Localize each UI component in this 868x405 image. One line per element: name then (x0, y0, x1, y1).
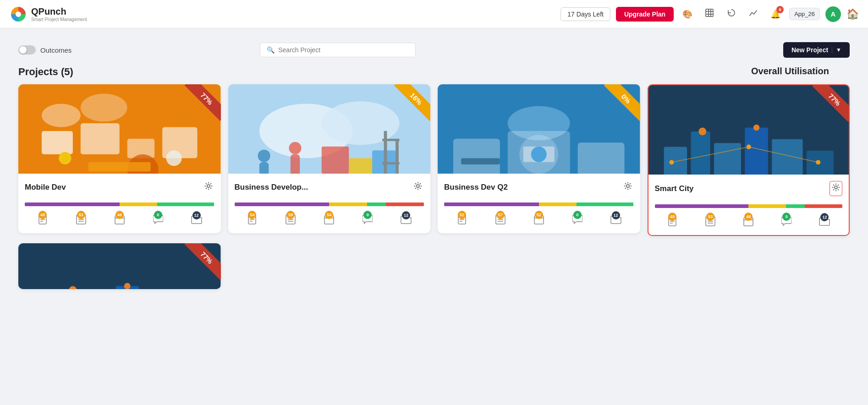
stat-badge: 52 (458, 211, 466, 219)
home-icon-button[interactable]: 🏠 (846, 8, 859, 20)
stat-badge: 48 (38, 211, 47, 219)
new-project-btn-area: New Project ▼ (783, 42, 850, 58)
card-title-row: Business Dev Q2 (444, 180, 634, 194)
gear-icon (624, 182, 632, 190)
card-settings-button[interactable] (203, 180, 214, 194)
stat-item-calendar: 54 (311, 214, 347, 227)
toggle-knob (19, 46, 27, 54)
svg-point-94 (669, 160, 674, 164)
chart-icon (749, 8, 758, 20)
overall-utilisation-heading: Overall Utilisation (731, 66, 850, 77)
svg-rect-35 (259, 162, 268, 174)
svg-rect-44 (396, 139, 399, 174)
card-title-row: Mobile Dev (25, 180, 214, 194)
stat-badge: 48 (668, 213, 676, 221)
card-title: Smart City (655, 184, 694, 193)
stat-badge: 12 (402, 211, 410, 219)
bottom-partial-card[interactable]: 77% (18, 243, 221, 289)
stat-badge: 0 (573, 211, 582, 219)
card-settings-button[interactable] (622, 180, 634, 194)
svg-rect-18 (88, 162, 151, 171)
stat-item-list: 53 (693, 216, 728, 229)
new-project-button[interactable]: New Project ▼ (783, 42, 850, 58)
svg-rect-90 (772, 139, 802, 175)
svg-rect-89 (745, 128, 768, 175)
stats-row: 52 57 52 0 12 (444, 212, 634, 230)
table-icon-button[interactable] (701, 6, 718, 22)
progress-segment (786, 204, 805, 208)
new-project-label: New Project (791, 46, 828, 54)
stat-item-folder: 12 (388, 215, 424, 226)
svg-point-36 (258, 150, 270, 162)
upgrade-plan-button[interactable]: Upgrade Plan (616, 7, 674, 22)
progress-segment (25, 202, 120, 206)
stat-item-folder: 12 (598, 215, 634, 226)
svg-rect-43 (384, 131, 387, 174)
card-image-business-dev-q2: 0% (438, 84, 640, 174)
svg-rect-87 (691, 131, 710, 175)
svg-rect-8 (42, 131, 73, 154)
notification-icon-button[interactable]: 🔔 6 (767, 6, 784, 22)
svg-point-34 (321, 101, 399, 145)
new-project-dropdown-arrow: ▼ (832, 47, 841, 53)
stat-item-file: 48 (655, 216, 690, 229)
home-icon: 🏠 (846, 8, 859, 20)
stats-row: 48 53 48 0 12 (25, 212, 214, 230)
sync-icon-button[interactable] (723, 6, 740, 22)
svg-point-17 (166, 150, 182, 166)
card-settings-button[interactable] (830, 181, 842, 196)
progress-segment (577, 202, 633, 206)
project-card-mobile-dev[interactable]: 77% Mobile Dev 48 53 (18, 84, 221, 233)
stat-item-chat: 0 (350, 214, 385, 227)
stat-badge: 12 (192, 211, 201, 219)
svg-point-97 (698, 128, 706, 136)
card-body: Mobile Dev 48 53 48 0 (18, 174, 221, 233)
svg-point-100 (835, 186, 837, 189)
section-headers: Projects (5) Overall Utilisation (18, 66, 850, 78)
svg-point-72 (626, 185, 629, 187)
progress-bar (444, 202, 634, 206)
project-card-business-dev-q2[interactable]: 0% Business Dev Q2 52 57 (438, 84, 640, 233)
svg-rect-64 (578, 142, 625, 174)
progress-bar (655, 204, 843, 208)
card-title-row: Smart City (655, 181, 843, 196)
stat-item-file: 52 (444, 214, 480, 227)
progress-segment (157, 202, 214, 206)
svg-rect-46 (382, 162, 399, 164)
stat-item-file: 54 (235, 214, 270, 227)
chart-icon-button[interactable] (745, 6, 762, 22)
svg-point-96 (816, 160, 820, 164)
card-body: Smart City 48 53 48 0 (648, 175, 849, 235)
progress-segment (748, 204, 786, 208)
palette-icon-button[interactable]: 🎨 (679, 6, 696, 22)
card-settings-button[interactable] (412, 180, 424, 194)
stat-item-calendar: 48 (731, 216, 766, 229)
stat-item-calendar: 48 (102, 214, 137, 227)
svg-rect-9 (81, 123, 120, 154)
stat-badge: 48 (115, 211, 124, 219)
svg-rect-42 (372, 150, 396, 174)
svg-rect-88 (714, 143, 741, 175)
card-image-mobile-dev: 77% (18, 84, 221, 174)
palette-icon: 🎨 (682, 9, 692, 19)
stat-badge: 57 (496, 211, 505, 219)
project-card-smart-city[interactable]: 77% Smart City 48 53 (648, 84, 850, 236)
stat-item-list: 57 (483, 214, 518, 227)
stat-item-chat: 0 (560, 214, 595, 227)
card-image-smart-city: 77% (648, 85, 849, 175)
card-body: Business Develop... 54 59 54 (228, 174, 431, 233)
stat-item-chat: 0 (140, 214, 176, 227)
svg-point-12 (42, 104, 81, 127)
stat-badge: 52 (535, 211, 543, 219)
progress-segment (329, 202, 367, 206)
search-input[interactable] (278, 46, 409, 54)
svg-point-38 (289, 142, 301, 154)
stat-item-folder: 12 (179, 215, 214, 226)
project-card-business-develop[interactable]: 16% Business Develop... 54 59 (228, 84, 431, 233)
stat-item-list: 53 (63, 214, 99, 227)
svg-rect-67 (461, 158, 500, 164)
svg-rect-62 (453, 139, 500, 174)
outcomes-toggle-switch[interactable] (18, 45, 36, 55)
stat-badge: 12 (612, 211, 620, 219)
gear-icon (832, 183, 840, 192)
